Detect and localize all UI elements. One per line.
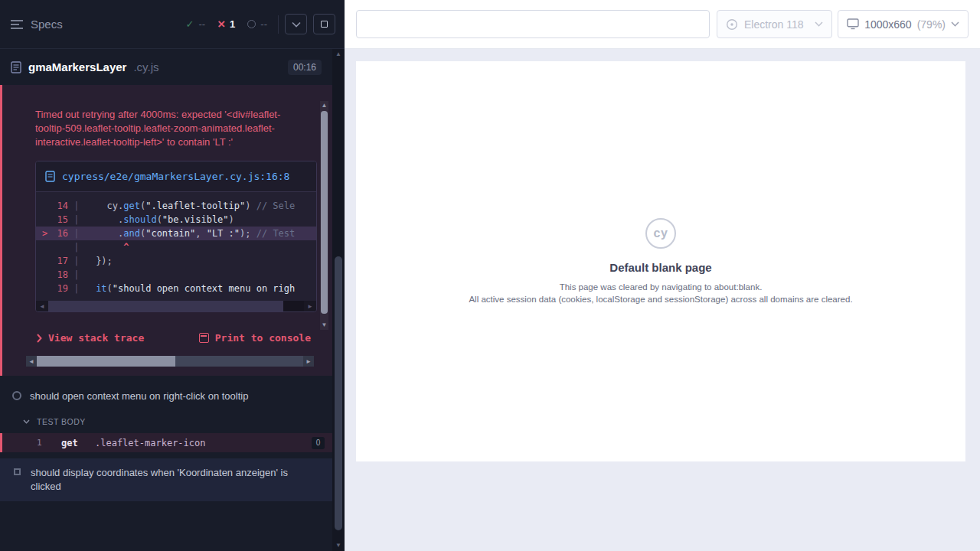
- test-body-section-toggle[interactable]: TEST BODY: [0, 411, 332, 433]
- scroll-down-arrow-icon[interactable]: ▼: [322, 321, 328, 330]
- reporter-content: gmaMarkersLayer .cy.js 00:16 Timed out r…: [0, 49, 332, 551]
- scroll-left-arrow-icon[interactable]: ◄: [36, 303, 48, 310]
- command-count-badge: 0: [312, 437, 325, 449]
- print-to-console-label: Print to console: [215, 332, 311, 344]
- aut-header: Electron 118 1000x660 (79%): [345, 0, 980, 49]
- url-input[interactable]: [356, 10, 710, 38]
- chevron-down-icon: [815, 21, 823, 27]
- spec-timer: 00:16: [288, 60, 322, 75]
- aut-body: cy Default blank page This page was clea…: [345, 49, 980, 551]
- file-icon: [45, 171, 55, 182]
- collapse-all-button[interactable]: [285, 14, 307, 34]
- stop-run-button[interactable]: [313, 14, 335, 34]
- spec-extension: .cy.js: [133, 60, 158, 73]
- code-scroll-track[interactable]: [48, 301, 304, 311]
- command-number: 1: [37, 438, 61, 448]
- scroll-right-arrow-icon[interactable]: ►: [304, 303, 316, 310]
- aut-panel: Electron 118 1000x660 (79%) cy: [345, 0, 980, 551]
- code-frame: cypress/e2e/gmaMarkersLayer.cy.js:16:8 1…: [35, 161, 317, 312]
- code-frame-file-link[interactable]: cypress/e2e/gmaMarkersLayer.cy.js:16:8: [36, 161, 316, 192]
- error-scroll-track[interactable]: [37, 356, 303, 367]
- scroll-down-arrow-icon[interactable]: ▼: [335, 540, 341, 551]
- pending-count: --: [260, 18, 267, 30]
- cypress-app: Specs ✓ -- × 1 --: [0, 0, 980, 551]
- failed-test-error-region: Timed out retrying after 4000ms: expecte…: [0, 85, 332, 376]
- blank-page-title: Default blank page: [609, 261, 711, 274]
- aut-iframe-blank-page: cy Default blank page This page was clea…: [356, 61, 965, 461]
- scroll-up-arrow-icon[interactable]: ▲: [335, 49, 341, 60]
- console-icon: [199, 333, 209, 343]
- test-title: should open context menu on right-click …: [30, 390, 248, 403]
- view-stack-trace-button[interactable]: View stack trace: [37, 332, 144, 344]
- viewport-selector[interactable]: 1000x660 (79%): [838, 10, 969, 38]
- spec-file-icon: [11, 61, 21, 73]
- stop-icon: [321, 21, 328, 28]
- spec-name: gmaMarkersLayer: [28, 60, 126, 73]
- scroll-up-arrow-icon[interactable]: ▲: [322, 101, 328, 110]
- reporter-scroll-track[interactable]: [332, 60, 345, 540]
- failed-count: 1: [230, 18, 235, 30]
- test-item-context-menu[interactable]: should open context menu on right-click …: [0, 382, 332, 411]
- viewport-size: 1000x660: [864, 18, 912, 31]
- code-line: 19 | it("should open context menu on rig…: [36, 282, 316, 295]
- chevron-right-icon: [37, 334, 42, 343]
- code-line: 18 |: [36, 268, 316, 282]
- command-name: get: [61, 438, 95, 448]
- view-stack-trace-label: View stack trace: [48, 332, 144, 344]
- test-queued-icon: [14, 468, 21, 475]
- viewport-monitor-icon: [847, 18, 859, 30]
- chevron-down-icon: [23, 419, 30, 424]
- reporter-scroll-thumb[interactable]: [335, 256, 342, 530]
- error-region-vertical-scrollbar[interactable]: ▲ ▼: [320, 101, 328, 330]
- stat-pending[interactable]: --: [247, 18, 267, 30]
- cypress-logo: cy: [645, 218, 676, 249]
- stat-passed[interactable]: ✓ --: [186, 18, 206, 30]
- code-line: >16 | .and("contain", "LT :"); // Test: [36, 227, 316, 240]
- error-scroll-thumb[interactable]: [37, 356, 175, 367]
- reporter-header: Specs ✓ -- × 1 --: [0, 0, 345, 49]
- command-message: .leaflet-marker-icon: [95, 438, 206, 448]
- code-frame-file-path: cypress/e2e/gmaMarkersLayer.cy.js:16:8: [62, 169, 289, 184]
- reporter-body: gmaMarkersLayer .cy.js 00:16 Timed out r…: [0, 49, 345, 551]
- passed-count: --: [198, 18, 205, 30]
- code-lines: 14 | cy.get(".leaflet-tooltip") // Sele …: [36, 192, 316, 295]
- browser-label: Electron 118: [744, 18, 804, 31]
- error-message: Timed out retrying after 4000ms: expecte…: [35, 108, 322, 149]
- blank-page-description-1: This page was cleared by navigating to a…: [560, 281, 763, 293]
- reporter-vertical-scrollbar[interactable]: ▲ ▼: [332, 49, 345, 551]
- header-divider: [278, 15, 279, 34]
- command-log-row[interactable]: 1 get .leaflet-marker-icon 0: [0, 433, 332, 452]
- specs-menu-label: Specs: [31, 18, 63, 31]
- error-region-horizontal-scrollbar[interactable]: ◄ ►: [26, 356, 314, 367]
- specs-list-icon: [11, 19, 24, 30]
- test-running-icon: [12, 391, 21, 400]
- test-body-label: TEST BODY: [37, 417, 86, 426]
- test-item-coordinates[interactable]: should display coordinates when 'Koordin…: [0, 458, 332, 501]
- chevron-down-icon: [951, 21, 959, 27]
- browser-selector[interactable]: Electron 118: [717, 10, 832, 38]
- pending-circle-icon: [247, 20, 256, 28]
- code-line: 17 | });: [36, 254, 316, 268]
- chevron-down-icon: [292, 21, 301, 28]
- code-scroll-thumb[interactable]: [48, 301, 283, 311]
- code-line: 14 | cy.get(".leaflet-tooltip") // Sele: [36, 199, 316, 213]
- error-vscroll-track[interactable]: [321, 111, 328, 320]
- print-to-console-button[interactable]: Print to console: [199, 332, 311, 344]
- reporter-panel: Specs ✓ -- × 1 --: [0, 0, 345, 551]
- code-line: | ^: [36, 240, 316, 254]
- code-frame-horizontal-scrollbar[interactable]: ◄ ►: [36, 301, 316, 311]
- electron-browser-icon: [726, 18, 738, 31]
- error-controls: View stack trace Print to console: [35, 332, 322, 344]
- scroll-left-arrow-icon[interactable]: ◄: [26, 358, 37, 365]
- code-line: 15 | .should("be.visible"): [36, 213, 316, 227]
- x-icon: ×: [217, 18, 225, 31]
- test-stats: ✓ -- × 1 --: [186, 18, 267, 31]
- spec-file-row[interactable]: gmaMarkersLayer .cy.js 00:16: [0, 49, 332, 85]
- blank-page-description-2: All active session data (cookies, localS…: [469, 293, 852, 305]
- check-icon: ✓: [186, 18, 194, 30]
- stat-failed[interactable]: × 1: [217, 18, 235, 31]
- test-title: should display coordinates when 'Koordin…: [31, 466, 291, 494]
- specs-menu-button[interactable]: Specs: [11, 18, 63, 31]
- error-vscroll-thumb[interactable]: [321, 111, 328, 314]
- scroll-right-arrow-icon[interactable]: ►: [303, 358, 314, 365]
